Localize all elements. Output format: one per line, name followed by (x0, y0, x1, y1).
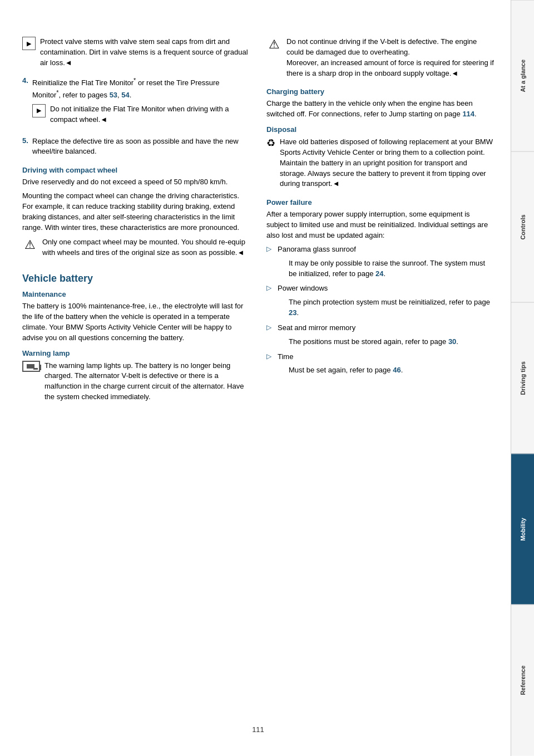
sidebar-tab-reference[interactable]: Reference (511, 605, 534, 756)
warning-triangle-icon-2: ⚠ (266, 37, 282, 52)
charging-text: Charge the battery in the vehicle only w… (266, 99, 494, 120)
sidebar-tab-mobility[interactable]: Mobility (511, 454, 534, 605)
bullet-power-windows: ▷ Power windows The pinch protection sys… (266, 283, 494, 321)
bullet-arrow-icon: ▷ (266, 245, 275, 253)
link-30[interactable]: 30 (448, 337, 456, 346)
vehicle-battery-heading: Vehicle battery (22, 273, 250, 284)
bullet-panorama-label: Panorama glass sunroof (278, 244, 494, 255)
left-column: ▶ Protect valve stems with valve stem se… (22, 33, 250, 714)
flat-tire-notice: ▶ Do not initialize the Flat Tire Monito… (32, 104, 250, 129)
bullet-seat-mirror-label: Seat and mirror memory (278, 323, 458, 333)
warning-lamp-notice: The warning lamp lights up. The battery … (22, 361, 250, 406)
disposal-heading: Disposal (266, 125, 494, 134)
link-24[interactable]: 24 (375, 269, 383, 278)
step-4-text: Reinitialize the Flat Tire Monitor* or r… (32, 76, 250, 101)
step-5: 5. Replace the defective tire as soon as… (22, 136, 250, 161)
power-failure-intro: After a temporary power supply interrupt… (266, 209, 494, 241)
bullet-arrow-icon-2: ▷ (266, 284, 275, 292)
link-54[interactable]: 54 (121, 91, 129, 99)
link-114[interactable]: 114 (462, 110, 474, 118)
page-number: 111 (22, 725, 494, 734)
vbelt-warning: ⚠ Do not continue driving if the V-belt … (266, 37, 494, 82)
bullet-power-windows-detail: The pinch protection system must be rein… (289, 297, 494, 318)
step-5-text: Replace the defective tire as soon as po… (32, 136, 250, 158)
recycle-icon: ♻ (266, 137, 275, 149)
link-46[interactable]: 46 (393, 366, 400, 374)
bullet-arrow-icon-4: ▷ (266, 352, 275, 360)
bullet-time-label: Time (278, 352, 403, 362)
link-23[interactable]: 23 (289, 308, 296, 317)
power-failure-heading: Power failure (266, 198, 494, 207)
flat-tire-notice-text: Do not initialize the Flat Tire Monitor … (50, 104, 250, 125)
sidebar-tab-controls[interactable]: Controls (511, 151, 534, 303)
bullet-arrow-icon-3: ▷ (266, 323, 275, 331)
compact-wheel-warn-text: Only one compact wheel may be mounted. Y… (42, 237, 250, 258)
charging-battery-heading: Charging battery (266, 87, 494, 96)
sidebar-tab-driving-tips[interactable]: Driving tips (511, 302, 534, 454)
maintenance-text: The battery is 100% maintenance-free, i.… (22, 301, 250, 343)
warning-lamp-text: The warning lamp lights up. The battery … (44, 361, 250, 402)
step-4-number: 4. (22, 76, 32, 133)
bullet-seat-mirror: ▷ Seat and mirror memory The positions m… (266, 323, 494, 350)
bullet-time-detail: Must be set again, refer to page 46. (289, 365, 403, 376)
bullet-seat-mirror-detail: The positions must be stored again, refe… (289, 337, 458, 347)
sidebar-tab-at-a-glance[interactable]: At a glance (511, 0, 534, 151)
play-icon-2: ▶ (32, 104, 46, 117)
driving-p1: Drive reservedly and do not exceed a spe… (22, 177, 250, 188)
disposal-notice: ♻ Have old batteries disposed of followi… (266, 137, 494, 193)
driving-compact-heading: Driving with compact wheel (22, 166, 250, 174)
valve-stem-notice: ▶ Protect valve stems with valve stem se… (22, 37, 250, 72)
warning-triangle-icon: ⚠ (22, 237, 38, 253)
step-4: 4. Reinitialize the Flat Tire Monitor* o… (22, 76, 250, 133)
step-5-number: 5. (22, 136, 32, 161)
power-failure-bullets: ▷ Panorama glass sunroof It may be only … (266, 244, 494, 378)
play-icon: ▶ (22, 37, 36, 50)
warning-lamp-heading: Warning lamp (22, 349, 250, 357)
right-column: ⚠ Do not continue driving if the V-belt … (266, 33, 494, 714)
bullet-panorama-detail: It may be only possible to raise the sun… (289, 258, 494, 279)
bullet-panorama: ▷ Panorama glass sunroof It may be only … (266, 244, 494, 282)
valve-stem-text: Protect valve stems with valve stem seal… (40, 37, 250, 68)
vbelt-text: Do not continue driving if the V-belt is… (286, 37, 494, 78)
bullet-time: ▷ Time Must be set again, refer to page … (266, 352, 494, 379)
driving-p2: Mounting the compact wheel can change th… (22, 191, 250, 233)
maintenance-heading: Maintenance (22, 290, 250, 298)
compact-wheel-warning: ⚠ Only one compact wheel may be mounted.… (22, 237, 250, 262)
disposal-text: Have old batteries disposed of following… (280, 137, 494, 189)
sidebar: At a glance Controls Driving tips Mobili… (511, 0, 534, 756)
bullet-power-windows-label: Power windows (278, 283, 494, 294)
link-53[interactable]: 53 (110, 91, 117, 99)
